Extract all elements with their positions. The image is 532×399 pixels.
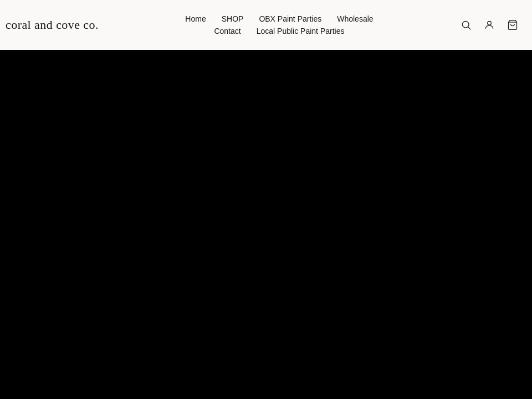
cart-button[interactable]	[504, 17, 521, 33]
nav-home[interactable]: Home	[185, 14, 206, 23]
account-button[interactable]	[481, 17, 498, 33]
site-logo[interactable]: coral and cove co.	[6, 18, 99, 32]
cart-icon	[507, 19, 518, 30]
search-icon	[461, 19, 472, 30]
nav-obx-paint-parties[interactable]: OBX Paint Parties	[259, 14, 321, 23]
main-nav: Home SHOP OBX Paint Parties Wholesale Co…	[110, 14, 449, 35]
search-button[interactable]	[458, 17, 474, 33]
nav-row-2: Contact Local Public Paint Parties	[214, 27, 344, 35]
header-icons	[458, 17, 521, 33]
nav-local-public-paint-parties[interactable]: Local Public Paint Parties	[257, 27, 345, 35]
nav-shop[interactable]: SHOP	[222, 14, 244, 23]
nav-wholesale[interactable]: Wholesale	[337, 14, 373, 23]
account-icon	[484, 19, 495, 30]
svg-point-2	[488, 21, 492, 25]
site-header: coral and cove co. Home SHOP OBX Paint P…	[0, 0, 532, 50]
nav-contact[interactable]: Contact	[214, 27, 241, 35]
main-content	[0, 50, 532, 399]
svg-line-1	[468, 27, 471, 30]
nav-row-1: Home SHOP OBX Paint Parties Wholesale	[185, 14, 373, 23]
svg-point-0	[462, 21, 469, 28]
